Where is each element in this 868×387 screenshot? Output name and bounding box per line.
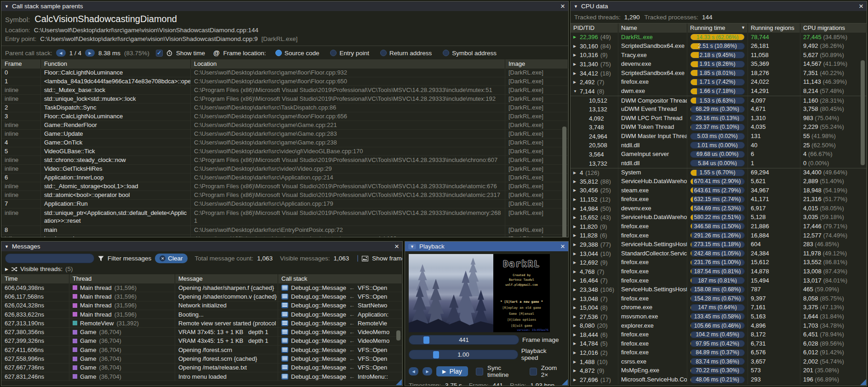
cpu-process-row[interactable]: ▶10,316(9)Tracy.exe2.18 s (9.45%)11,0585… <box>571 51 867 60</box>
column-header[interactable]: Running regions <box>748 23 800 33</box>
close-icon[interactable]: × <box>859 3 863 10</box>
message-row[interactable]: 606,049,398nsMain thread(31,596)Opening … <box>1 283 402 292</box>
cpu-process-row[interactable]: ▶11,828(6)firefox.exe291.26 ms (1.26%)16… <box>571 231 867 240</box>
callstack-row[interactable]: inlinestd::_Mutex_base::lockC:\Program F… <box>1 86 568 95</box>
expander-icon[interactable]: ▶ <box>573 243 577 247</box>
cpu-process-row[interactable]: ▶22,396(49)DarkRL.exe14.33 s (62.06%)78,… <box>571 33 867 42</box>
expand-icon[interactable]: ▶ <box>5 267 8 271</box>
cpu-process-row[interactable]: ▶2,492(7)firefox.exe1.71 s (7.42%)24,022… <box>571 78 867 87</box>
expander-icon[interactable]: ▶ <box>573 341 577 346</box>
expander-icon[interactable]: ▶ <box>573 71 577 75</box>
column-header[interactable]: Frame <box>1 59 41 69</box>
expander-icon[interactable]: ▶ <box>573 215 577 219</box>
cpu-process-row[interactable]: 24,964DWM Master Input Threa5.03 ms (0.0… <box>571 132 867 141</box>
visible-threads-row[interactable]: ▶ Visible threads: (5) <box>1 265 402 274</box>
expander-icon[interactable]: ▶ <box>573 35 577 39</box>
message-row[interactable]: 627,399,326nsGame(36,704)VRAM 43x45: 15 … <box>1 337 402 346</box>
cpu-process-row[interactable]: ▶1,488(10)csrss.exe83.74 ms (0.36%)3,657… <box>571 357 867 366</box>
cpu-process-row[interactable]: ▶23,348(106)ServiceHub.SettingsHost158.0… <box>571 285 867 295</box>
cpu-process-row[interactable]: ▶12,016(2)firefox.exe84.89 ms (0.37%)6,5… <box>571 348 867 358</box>
callstack-row[interactable]: inlinestd::unique_ptr<Application,std::d… <box>1 208 568 226</box>
radio-icon[interactable] <box>443 50 449 56</box>
cpu-process-row[interactable]: ▼7,144(8)dwm.exe1.66 s (7.18%)14,2918,21… <box>571 87 867 96</box>
column-header[interactable]: Message <box>175 274 278 283</box>
cpu-process-row[interactable]: ▶15,652(43)ServiceHub.DataWarehou580.22 … <box>571 213 867 222</box>
cpu-process-row[interactable]: ▶13,044(10)StandardCollector.Servic242.4… <box>571 249 867 258</box>
message-row[interactable]: 626,024,328nsMain thread(31,596)Network … <box>1 301 402 310</box>
resize-grip[interactable] <box>396 379 402 385</box>
frame-image-slider[interactable]: 441 <box>409 335 519 345</box>
playback-titlebar[interactable]: ▼ Playback × <box>405 242 568 251</box>
message-row[interactable]: 627,831,246nsGame(36,704)Intro menu load… <box>1 372 402 381</box>
cpu-process-row[interactable]: 13,132uDWM Event Thread68.29 ms (0.30%)4… <box>571 105 867 114</box>
cpu-titlebar[interactable]: ▼ CPU data × <box>571 1 867 11</box>
callstack-titlebar[interactable]: ▼ Call stack sample parents × <box>1 1 568 11</box>
cpu-process-row[interactable]: ▶12,692(9)firefox.exe231.76 ms (1.00%)15… <box>571 258 867 267</box>
column-header[interactable]: Running time▼ <box>687 23 748 33</box>
close-icon[interactable]: × <box>560 3 565 10</box>
expander-icon[interactable]: ▶ <box>573 369 577 373</box>
cpu-process-row[interactable]: ▶30,160(84)ScriptedSandbox64.exe2.51 s (… <box>571 42 867 51</box>
callstack-list-icon[interactable] <box>281 329 288 335</box>
expander-icon[interactable]: ▶ <box>573 171 577 175</box>
expander-icon[interactable]: ▶ <box>573 207 577 211</box>
cpu-process-row[interactable]: ▶16,464(7)firefox.exe187 ms (0.81%)15,49… <box>571 276 867 285</box>
radio-icon[interactable] <box>380 50 387 56</box>
cpu-process-row[interactable]: ▶4,872(9)MsMpEng.exe70.22 ms (0.30%)5732… <box>571 366 867 375</box>
collapse-icon[interactable]: ▼ <box>5 244 9 249</box>
cpu-process-row[interactable]: 3,564GameInput server69.68 us (0.00%)64 … <box>571 150 867 159</box>
collapse-icon[interactable]: ▼ <box>408 244 416 249</box>
cpu-table-header[interactable]: PID/TIDNameRunning time▼Running regionsC… <box>571 23 867 33</box>
callstack-list-icon[interactable] <box>281 285 288 291</box>
column-header[interactable]: Name <box>618 23 687 33</box>
expander-icon[interactable]: ▶ <box>573 179 577 184</box>
column-header[interactable]: Time <box>1 274 69 283</box>
expander-icon[interactable]: ▶ <box>573 225 577 229</box>
callstack-row[interactable]: 4Game::OnTickC:\Users\wolf\Desktop\darkr… <box>1 139 568 147</box>
collapse-icon[interactable]: ▼ <box>5 4 9 9</box>
callstack-scrollbar[interactable] <box>562 127 566 237</box>
callstack-row[interactable]: inlineinvoke_maind:\agent\_work\63\s\src… <box>1 235 568 237</box>
cpu-process-row[interactable]: ▶11,820(9)firefox.exe346.58 ms (1.50%)21… <box>571 222 867 231</box>
callstack-cell[interactable]: DebugLog::Message←RemoteVie <box>278 319 402 327</box>
expander-icon[interactable]: ▶ <box>573 53 577 57</box>
resize-grip[interactable] <box>860 379 866 385</box>
callstack-row[interactable]: 7Application::RunC:\Users\wolf\Desktop\d… <box>1 200 568 208</box>
callstack-cell[interactable]: DebugLog::Message←VideoMemo <box>278 328 402 336</box>
callstack-cell[interactable]: DebugLog::Message←IntroMenu:: <box>278 372 402 381</box>
radio-icon[interactable] <box>330 50 337 56</box>
column-header[interactable]: CPU migrations <box>800 23 867 33</box>
expander-icon[interactable]: ▶ <box>573 260 577 265</box>
cpu-process-row[interactable]: ▶14,784(5)firefox.exe97.95 ms (0.42%)6,7… <box>571 339 867 348</box>
cpu-process-row[interactable]: ▶18,444(6)firefox.exe104.2 ms (0.45%)8,1… <box>571 330 867 340</box>
cpu-process-row[interactable]: ▶4(126)System1.55 s (6.70%)69,29434,400 … <box>571 168 867 177</box>
callstack-row[interactable]: 8mainC:\Users\wolf\Desktop\darkrl\src\En… <box>1 226 568 235</box>
expander-icon[interactable]: ▶ <box>573 44 577 48</box>
cpu-process-row[interactable]: 4,092DWM LPC Port Thread29.16 ms (0.13%)… <box>571 114 867 123</box>
callstack-table-header[interactable]: FrameFunctionLocationImage <box>1 59 568 69</box>
message-row[interactable]: 627,313,190nsRemoteView(31,392)Remote vi… <box>1 319 402 328</box>
cpu-process-row[interactable]: 13,732ntdll.dll5.84 us (0.00%)10 (0.00%) <box>571 159 867 168</box>
expander-icon[interactable]: ▶ <box>573 62 577 66</box>
expander-icon[interactable]: ▶ <box>573 306 577 310</box>
callstack-cell[interactable]: DebugLog::Message←VideoMemo <box>278 337 402 345</box>
cpu-process-row[interactable]: ▶14,984(50)devenv.exe584.69 ms (2.53%)6,… <box>571 204 867 213</box>
message-row[interactable]: 606,117,568nsMain thread(31,596)Opening … <box>1 292 402 301</box>
callstack-row[interactable]: inlineVideo::GetTicksHiResC:\Users\wolf\… <box>1 165 568 173</box>
cpu-process-row[interactable]: ▶35,812(88)ServiceHub.DataWarehou670.41 … <box>571 177 867 186</box>
callstack-row[interactable]: 5VideoGLBase::TickC:\Users\wolf\Desktop\… <box>1 147 568 156</box>
show-time-checkbox[interactable]: ✓ <box>156 50 163 57</box>
cpu-process-row[interactable]: ▶11,152(12)firefox.exe632.15 ms (2.74%)4… <box>571 195 867 204</box>
show-frame-checkbox[interactable] <box>357 255 358 262</box>
message-row[interactable]: 627,411,606nsGame(36,704)Opening /forest… <box>1 346 402 354</box>
cpu-process-row[interactable]: ▶27,536(7)msvsmon.exe133.45 ms (0.58%)5,… <box>571 312 867 321</box>
frame-location-option[interactable]: Return address <box>380 50 432 57</box>
expander-icon[interactable]: ▶ <box>573 80 577 84</box>
frame-location-option[interactable]: Entry point <box>330 50 369 57</box>
callstack-row[interactable]: inlinestd::chrono::steady_clock::nowC:\P… <box>1 156 568 165</box>
message-row[interactable]: 626,833,622nsMain thread(31,596)Booting.… <box>1 310 402 319</box>
callstack-cell[interactable]: DebugLog::Message←StartNetwo <box>278 301 402 310</box>
next-parent-button[interactable]: ▶ <box>85 49 95 57</box>
filter-messages-input[interactable] <box>5 254 94 263</box>
expander-icon[interactable]: ▶ <box>573 270 577 274</box>
